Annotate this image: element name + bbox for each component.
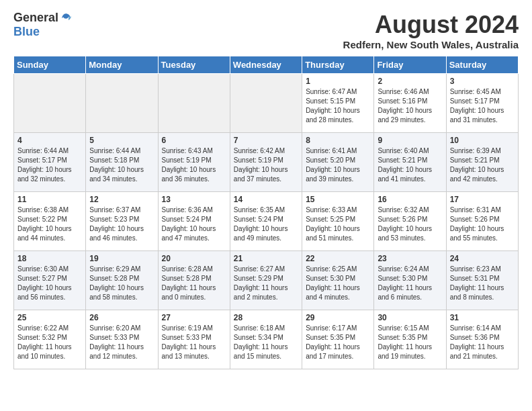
- daylight-text: Daylight: 10 hours and 34 minutes.: [89, 166, 144, 183]
- sunrise-text: Sunrise: 6:28 AM: [162, 265, 213, 273]
- calendar-cell: 18Sunrise: 6:30 AMSunset: 5:27 PMDayligh…: [14, 251, 86, 310]
- daylight-text: Daylight: 10 hours and 44 minutes.: [17, 225, 72, 242]
- daylight-text: Daylight: 11 hours and 12 minutes.: [89, 343, 144, 360]
- sunrise-text: Sunrise: 6:39 AM: [450, 147, 501, 154]
- sunset-text: Sunset: 5:25 PM: [306, 216, 355, 223]
- sunrise-text: Sunrise: 6:43 AM: [162, 147, 213, 154]
- cell-content: Sunrise: 6:46 AMSunset: 5:16 PMDaylight:…: [378, 87, 442, 125]
- calendar-cell: 22Sunrise: 6:25 AMSunset: 5:30 PMDayligh…: [302, 251, 374, 310]
- week-row-3: 11Sunrise: 6:38 AMSunset: 5:22 PMDayligh…: [14, 192, 519, 251]
- daylight-text: Daylight: 11 hours and 4 minutes.: [306, 284, 360, 301]
- sunrise-text: Sunrise: 6:46 AM: [378, 88, 429, 95]
- sunset-text: Sunset: 5:35 PM: [378, 334, 427, 341]
- daylight-text: Daylight: 11 hours and 15 minutes.: [234, 343, 288, 360]
- cell-content: Sunrise: 6:14 AMSunset: 5:36 PMDaylight:…: [450, 324, 515, 361]
- calendar-cell: 13Sunrise: 6:36 AMSunset: 5:24 PMDayligh…: [158, 192, 230, 251]
- calendar-cell: [230, 74, 302, 133]
- day-number: 4: [17, 136, 82, 145]
- week-row-2: 4Sunrise: 6:44 AMSunset: 5:17 PMDaylight…: [14, 133, 519, 192]
- sunrise-text: Sunrise: 6:20 AM: [89, 324, 140, 332]
- sunrise-text: Sunrise: 6:18 AM: [234, 324, 285, 332]
- sunset-text: Sunset: 5:26 PM: [450, 216, 500, 223]
- daylight-text: Daylight: 10 hours and 31 minutes.: [450, 107, 504, 124]
- sunrise-text: Sunrise: 6:25 AM: [306, 265, 357, 273]
- calendar-cell: 5Sunrise: 6:44 AMSunset: 5:18 PMDaylight…: [86, 133, 158, 192]
- calendar-cell: 10Sunrise: 6:39 AMSunset: 5:21 PMDayligh…: [446, 133, 518, 192]
- cell-content: Sunrise: 6:42 AMSunset: 5:19 PMDaylight:…: [234, 146, 298, 184]
- sunset-text: Sunset: 5:18 PM: [89, 156, 139, 164]
- logo-bird-icon: [60, 12, 72, 24]
- cell-content: Sunrise: 6:36 AMSunset: 5:24 PMDaylight:…: [162, 205, 226, 243]
- day-number: 24: [450, 254, 515, 263]
- sunset-text: Sunset: 5:21 PM: [378, 156, 427, 164]
- cell-content: Sunrise: 6:40 AMSunset: 5:21 PMDaylight:…: [378, 146, 442, 184]
- daylight-text: Daylight: 11 hours and 21 minutes.: [450, 343, 504, 360]
- calendar-cell: 1Sunrise: 6:47 AMSunset: 5:15 PMDaylight…: [302, 74, 374, 133]
- daylight-text: Daylight: 10 hours and 51 minutes.: [306, 225, 360, 242]
- sunrise-text: Sunrise: 6:42 AM: [234, 147, 285, 154]
- sunrise-text: Sunrise: 6:35 AM: [234, 206, 285, 214]
- calendar-cell: 3Sunrise: 6:45 AMSunset: 5:17 PMDaylight…: [446, 74, 518, 133]
- calendar-cell: 11Sunrise: 6:38 AMSunset: 5:22 PMDayligh…: [14, 192, 86, 251]
- day-number: 3: [450, 77, 515, 86]
- calendar-cell: 6Sunrise: 6:43 AMSunset: 5:19 PMDaylight…: [158, 133, 230, 192]
- title-section: August 2024 Redfern, New South Wales, Au…: [343, 11, 519, 50]
- day-number: 23: [378, 254, 442, 263]
- calendar-cell: 31Sunrise: 6:14 AMSunset: 5:36 PMDayligh…: [446, 310, 518, 369]
- sunrise-text: Sunrise: 6:44 AM: [17, 147, 69, 154]
- day-number: 9: [378, 136, 442, 145]
- calendar-cell: 20Sunrise: 6:28 AMSunset: 5:28 PMDayligh…: [158, 251, 230, 310]
- daylight-text: Daylight: 10 hours and 29 minutes.: [378, 107, 432, 124]
- sunset-text: Sunset: 5:17 PM: [17, 156, 67, 164]
- sunrise-text: Sunrise: 6:36 AM: [162, 206, 213, 214]
- header-day-tuesday: Tuesday: [158, 56, 230, 74]
- day-number: 28: [234, 313, 298, 322]
- calendar-cell: 25Sunrise: 6:22 AMSunset: 5:32 PMDayligh…: [14, 310, 86, 369]
- daylight-text: Daylight: 10 hours and 47 minutes.: [162, 225, 216, 242]
- week-row-5: 25Sunrise: 6:22 AMSunset: 5:32 PMDayligh…: [14, 310, 519, 369]
- sunrise-text: Sunrise: 6:33 AM: [306, 206, 357, 214]
- day-number: 7: [234, 136, 298, 145]
- day-number: 10: [450, 136, 515, 145]
- day-number: 14: [234, 195, 298, 204]
- logo-blue: Blue: [13, 25, 40, 39]
- sunrise-text: Sunrise: 6:19 AM: [162, 324, 213, 332]
- sunset-text: Sunset: 5:28 PM: [162, 275, 212, 282]
- daylight-text: Daylight: 10 hours and 49 minutes.: [234, 225, 288, 242]
- cell-content: Sunrise: 6:30 AMSunset: 5:27 PMDaylight:…: [17, 265, 82, 302]
- calendar-cell: [86, 74, 158, 133]
- sunset-text: Sunset: 5:32 PM: [17, 334, 67, 341]
- calendar-cell: 26Sunrise: 6:20 AMSunset: 5:33 PMDayligh…: [86, 310, 158, 369]
- sunset-text: Sunset: 5:26 PM: [378, 216, 427, 223]
- header-row: SundayMondayTuesdayWednesdayThursdayFrid…: [14, 56, 519, 74]
- cell-content: Sunrise: 6:38 AMSunset: 5:22 PMDaylight:…: [17, 205, 82, 243]
- sunset-text: Sunset: 5:19 PM: [234, 156, 283, 164]
- sunrise-text: Sunrise: 6:40 AM: [378, 147, 429, 154]
- cell-content: Sunrise: 6:37 AMSunset: 5:23 PMDaylight:…: [89, 205, 154, 243]
- daylight-text: Daylight: 11 hours and 2 minutes.: [234, 284, 288, 301]
- cell-content: Sunrise: 6:20 AMSunset: 5:33 PMDaylight:…: [89, 324, 154, 361]
- sunset-text: Sunset: 5:28 PM: [89, 275, 139, 282]
- calendar-cell: 30Sunrise: 6:15 AMSunset: 5:35 PMDayligh…: [374, 310, 446, 369]
- cell-content: Sunrise: 6:29 AMSunset: 5:28 PMDaylight:…: [89, 265, 154, 302]
- sunset-text: Sunset: 5:30 PM: [378, 275, 427, 282]
- daylight-text: Daylight: 11 hours and 6 minutes.: [378, 284, 432, 301]
- cell-content: Sunrise: 6:45 AMSunset: 5:17 PMDaylight:…: [450, 87, 515, 125]
- sunset-text: Sunset: 5:36 PM: [450, 334, 500, 341]
- day-number: 16: [378, 195, 442, 204]
- sunset-text: Sunset: 5:21 PM: [450, 156, 500, 164]
- calendar-cell: 9Sunrise: 6:40 AMSunset: 5:21 PMDaylight…: [374, 133, 446, 192]
- daylight-text: Daylight: 11 hours and 19 minutes.: [378, 343, 432, 360]
- week-row-4: 18Sunrise: 6:30 AMSunset: 5:27 PMDayligh…: [14, 251, 519, 310]
- sunset-text: Sunset: 5:22 PM: [17, 216, 67, 223]
- cell-content: Sunrise: 6:18 AMSunset: 5:34 PMDaylight:…: [234, 324, 298, 361]
- day-number: 5: [89, 136, 154, 145]
- daylight-text: Daylight: 10 hours and 32 minutes.: [17, 166, 72, 183]
- month-year-title: August 2024: [343, 11, 519, 39]
- day-number: 26: [89, 313, 154, 322]
- calendar-cell: 8Sunrise: 6:41 AMSunset: 5:20 PMDaylight…: [302, 133, 374, 192]
- calendar-cell: 23Sunrise: 6:24 AMSunset: 5:30 PMDayligh…: [374, 251, 446, 310]
- day-number: 11: [17, 195, 82, 204]
- sunset-text: Sunset: 5:33 PM: [162, 334, 212, 341]
- day-number: 2: [378, 77, 442, 86]
